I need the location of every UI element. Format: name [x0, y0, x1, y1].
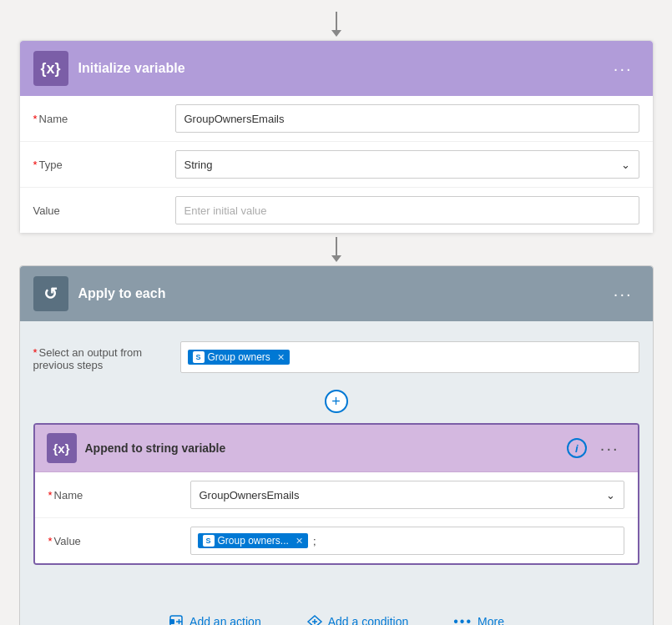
add-condition-icon — [306, 613, 323, 625]
more-label: More — [477, 615, 504, 625]
init-name-input[interactable] — [175, 104, 639, 133]
apply-each-body: *Select an output from previous steps S … — [20, 321, 653, 585]
top-arrow-connector — [331, 12, 341, 37]
middle-arrow-connector — [331, 237, 341, 262]
append-name-value: GroupOwnersEmails — [200, 489, 300, 502]
more-dots-icon: ••• — [453, 614, 472, 625]
add-action-button[interactable]: Add an action — [158, 608, 271, 625]
append-card-title: Append to string variable — [85, 441, 567, 455]
init-card-icon: {x} — [33, 51, 68, 86]
plus-connector: + — [33, 390, 639, 413]
init-value-label: Value — [33, 204, 175, 217]
apply-each-menu[interactable]: ··· — [607, 281, 639, 307]
apply-each-title: Apply to each — [78, 286, 607, 301]
append-card-body: *Name GroupOwnersEmails ⌄ *Value — [35, 472, 638, 563]
append-value-input[interactable]: S Group owners... ✕ ; — [190, 527, 624, 555]
add-condition-label: Add a condition — [328, 615, 409, 625]
init-name-label: *Name — [33, 113, 175, 125]
group-owners-tag[interactable]: S Group owners ✕ — [188, 350, 290, 365]
select-output-label: *Select an output from previous steps — [33, 341, 167, 371]
initialize-variable-card: {x} Initialize variable ··· *Name *Type … — [19, 40, 654, 234]
sharepoint-icon: S — [193, 351, 205, 363]
append-name-row: *Name GroupOwnersEmails ⌄ — [35, 472, 638, 518]
chevron-down-icon-2: ⌄ — [606, 489, 615, 502]
init-name-row: *Name — [20, 96, 653, 142]
select-output-row: *Select an output from previous steps S … — [33, 335, 639, 380]
add-condition-button[interactable]: Add a condition — [296, 608, 419, 625]
append-card-menu[interactable]: ··· — [594, 436, 626, 461]
append-value-label: *Value — [48, 535, 190, 547]
info-icon-label: i — [575, 442, 579, 455]
init-card-title: Initialize variable — [78, 61, 607, 76]
append-string-card: {x} Append to string variable i ··· *Nam… — [33, 423, 639, 565]
init-card-header: {x} Initialize variable ··· — [20, 41, 653, 96]
apply-each-icon-symbol: ↺ — [43, 284, 58, 304]
init-type-label: *Type — [33, 159, 175, 171]
sharepoint-icon-2: S — [203, 535, 215, 547]
init-type-value: String — [184, 159, 213, 171]
append-card-header: {x} Append to string variable i ··· — [35, 425, 638, 472]
append-info-icon[interactable]: i — [567, 438, 587, 458]
value-suffix: ; — [313, 535, 316, 547]
more-button[interactable]: ••• More — [443, 609, 514, 625]
init-type-row: *Type String ⌄ — [20, 142, 653, 188]
add-step-button[interactable]: + — [325, 390, 348, 413]
select-output-input[interactable]: S Group owners ✕ — [180, 341, 639, 373]
flow-container: {x} Initialize variable ··· *Name *Type … — [0, 0, 672, 625]
append-value-row: *Value S Group owners... ✕ ; — [35, 518, 638, 563]
group-owners-value-tag-close[interactable]: ✕ — [296, 536, 303, 547]
init-value-input[interactable] — [175, 196, 639, 224]
append-card-icon: {x} — [47, 433, 77, 463]
append-name-label: *Name — [48, 489, 190, 502]
init-icon-symbol: {x} — [40, 60, 60, 78]
group-owners-value-tag-label: Group owners... — [218, 535, 289, 547]
init-value-row: Value — [20, 188, 653, 233]
group-owners-value-tag[interactable]: S Group owners... ✕ — [198, 533, 308, 548]
add-action-label: Add an action — [189, 615, 261, 625]
group-owners-tag-label: Group owners — [208, 351, 270, 363]
apply-each-icon: ↺ — [33, 276, 68, 311]
append-name-select[interactable]: GroupOwnersEmails ⌄ — [190, 481, 624, 509]
init-type-select[interactable]: String ⌄ — [175, 150, 639, 179]
init-card-body: *Name *Type String ⌄ Value — [20, 96, 653, 233]
add-action-icon — [168, 613, 184, 625]
apply-each-card: ↺ Apply to each ··· *Select an output fr… — [19, 265, 654, 625]
bottom-actions: Add an action Add a condition ••• More — [20, 592, 653, 625]
group-owners-tag-close[interactable]: ✕ — [277, 352, 285, 363]
svg-rect-1 — [169, 619, 174, 624]
init-card-menu[interactable]: ··· — [607, 56, 639, 82]
append-icon-symbol: {x} — [53, 441, 69, 456]
apply-each-header: ↺ Apply to each ··· — [20, 266, 653, 321]
chevron-down-icon: ⌄ — [621, 159, 630, 171]
